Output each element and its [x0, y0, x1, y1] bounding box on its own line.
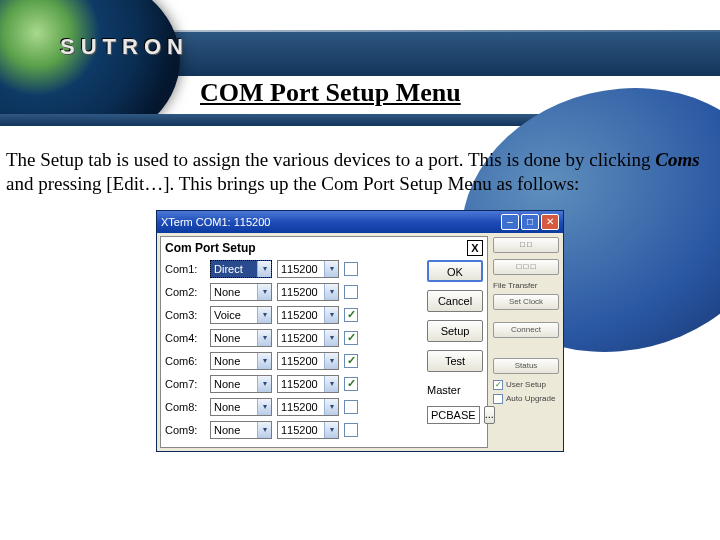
- com-label: Com8:: [165, 401, 205, 413]
- body-text-post: and pressing [Edit…]. This brings up the…: [6, 173, 579, 194]
- com-baud-dropdown[interactable]: 115200▾: [277, 306, 339, 324]
- com-label: Com4:: [165, 332, 205, 344]
- com-enable-checkbox[interactable]: [344, 423, 358, 437]
- com-label: Com3:: [165, 309, 205, 321]
- close-icon[interactable]: ✕: [541, 214, 559, 230]
- brand-logo: SUTRON: [60, 34, 189, 60]
- master-label: Master: [427, 384, 483, 396]
- window-title: XTerm COM1: 115200: [161, 216, 270, 228]
- com-baud-dropdown[interactable]: 115200▾: [277, 398, 339, 416]
- com-label: Com7:: [165, 378, 205, 390]
- chevron-down-icon: ▾: [324, 353, 338, 369]
- side-check-label: Auto Upgrade: [506, 394, 555, 403]
- side-check-label: User Setup: [506, 380, 546, 389]
- com-baud-dropdown[interactable]: 115200▾: [277, 283, 339, 301]
- xterm-side-panel: □ □ □ □ □ File Transfer Set Clock Connec…: [491, 233, 563, 451]
- checkbox[interactable]: ✓: [493, 380, 503, 390]
- chevron-down-icon: ▾: [257, 284, 271, 300]
- chevron-down-icon: ▾: [257, 376, 271, 392]
- chevron-down-icon: ▾: [324, 422, 338, 438]
- com-enable-checkbox[interactable]: ✓: [344, 377, 358, 391]
- com-label: Com2:: [165, 286, 205, 298]
- com-enable-checkbox[interactable]: [344, 285, 358, 299]
- page-title: COM Port Setup Menu: [200, 78, 461, 108]
- com-baud-dropdown[interactable]: 115200▾: [277, 352, 339, 370]
- side-label: File Transfer: [493, 281, 559, 290]
- com-enable-checkbox[interactable]: [344, 262, 358, 276]
- globe-graphic: [0, 0, 180, 126]
- com-type-dropdown[interactable]: None▾: [210, 352, 272, 370]
- com-row: Com8:None▾115200▾: [165, 398, 421, 416]
- maximize-icon[interactable]: □: [521, 214, 539, 230]
- body-text-emphasis: Coms: [655, 149, 699, 170]
- com-enable-checkbox[interactable]: [344, 400, 358, 414]
- com-label: Com1:: [165, 263, 205, 275]
- cancel-button[interactable]: Cancel: [427, 290, 483, 312]
- chevron-down-icon: ▾: [324, 284, 338, 300]
- com-type-dropdown[interactable]: None▾: [210, 421, 272, 439]
- dialog-title: Com Port Setup: [165, 241, 256, 255]
- com-row: Com4:None▾115200▾✓: [165, 329, 421, 347]
- master-name-field[interactable]: PCBASE: [427, 406, 480, 424]
- body-text-pre: The Setup tab is used to assign the vari…: [6, 149, 655, 170]
- set-clock-button[interactable]: Set Clock: [493, 294, 559, 310]
- com-type-dropdown[interactable]: None▾: [210, 375, 272, 393]
- chevron-down-icon: ▾: [324, 376, 338, 392]
- chevron-down-icon: ▾: [257, 353, 271, 369]
- chevron-down-icon: ▾: [324, 307, 338, 323]
- chevron-down-icon: ▾: [257, 399, 271, 415]
- connect-button[interactable]: Connect: [493, 322, 559, 338]
- com-type-dropdown[interactable]: None▾: [210, 398, 272, 416]
- titlebar[interactable]: XTerm COM1: 115200 – □ ✕: [157, 211, 563, 233]
- checkbox[interactable]: [493, 394, 503, 404]
- com-row: Com9:None▾115200▾: [165, 421, 421, 439]
- side-button[interactable]: □ □ □: [493, 259, 559, 275]
- setup-button[interactable]: Setup: [427, 320, 483, 342]
- test-button[interactable]: Test: [427, 350, 483, 372]
- com-port-setup-dialog: Com Port Setup X Com1:Direct▾115200▾Com2…: [160, 236, 488, 448]
- com-baud-dropdown[interactable]: 115200▾: [277, 329, 339, 347]
- chevron-down-icon: ▾: [324, 399, 338, 415]
- com-label: Com9:: [165, 424, 205, 436]
- com-row: Com7:None▾115200▾✓: [165, 375, 421, 393]
- com-baud-dropdown[interactable]: 115200▾: [277, 421, 339, 439]
- com-enable-checkbox[interactable]: ✓: [344, 331, 358, 345]
- minimize-icon[interactable]: –: [501, 214, 519, 230]
- com-type-dropdown[interactable]: None▾: [210, 329, 272, 347]
- chevron-down-icon: ▾: [257, 422, 271, 438]
- com-type-dropdown[interactable]: None▾: [210, 283, 272, 301]
- com-enable-checkbox[interactable]: ✓: [344, 308, 358, 322]
- com-type-dropdown[interactable]: Direct▾: [210, 260, 272, 278]
- com-baud-dropdown[interactable]: 115200▾: [277, 375, 339, 393]
- com-row: Com3:Voice▾115200▾✓: [165, 306, 421, 324]
- chevron-down-icon: ▾: [324, 261, 338, 277]
- chevron-down-icon: ▾: [257, 261, 271, 277]
- com-type-dropdown[interactable]: Voice▾: [210, 306, 272, 324]
- status-button[interactable]: Status: [493, 358, 559, 374]
- chevron-down-icon: ▾: [257, 330, 271, 346]
- side-button[interactable]: □ □: [493, 237, 559, 253]
- com-enable-checkbox[interactable]: ✓: [344, 354, 358, 368]
- com-row: Com6:None▾115200▾✓: [165, 352, 421, 370]
- dialog-close-button[interactable]: X: [467, 240, 483, 256]
- chevron-down-icon: ▾: [324, 330, 338, 346]
- com-baud-dropdown[interactable]: 115200▾: [277, 260, 339, 278]
- ok-button[interactable]: OK: [427, 260, 483, 282]
- xterm-window: XTerm COM1: 115200 – □ ✕ Com Port Setup …: [156, 210, 564, 452]
- com-row: Com1:Direct▾115200▾: [165, 260, 421, 278]
- chevron-down-icon: ▾: [257, 307, 271, 323]
- com-label: Com6:: [165, 355, 205, 367]
- body-paragraph: The Setup tab is used to assign the vari…: [0, 126, 720, 206]
- com-row: Com2:None▾115200▾: [165, 283, 421, 301]
